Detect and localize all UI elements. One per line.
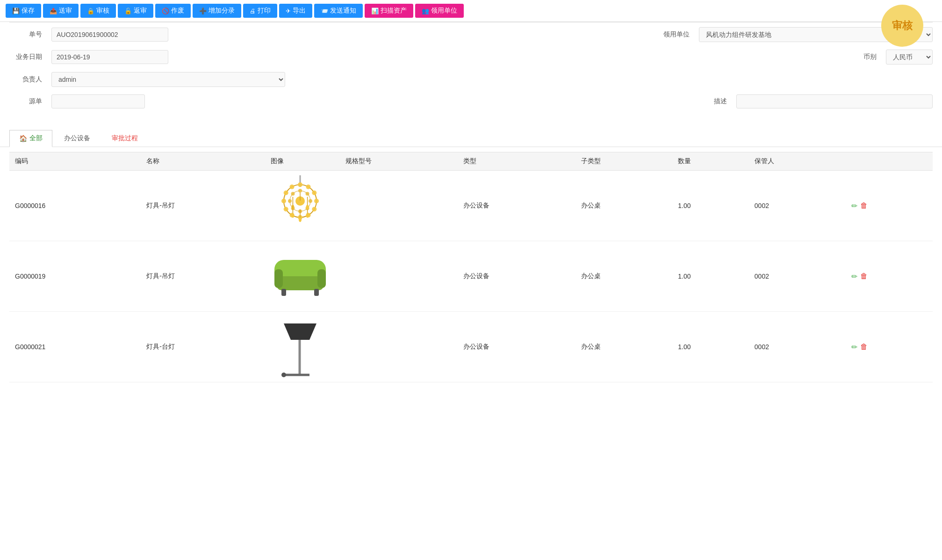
col-header: 名称	[141, 152, 265, 171]
cell-code: G0000021	[9, 312, 141, 382]
svg-point-11	[281, 199, 286, 203]
cell-name: 灯具-吊灯	[141, 171, 265, 241]
cell-spec	[340, 171, 458, 241]
col-header: 保管人	[749, 152, 846, 171]
unit-button[interactable]: 👥领用单位	[415, 4, 464, 18]
cell-type: 办公设备	[458, 171, 575, 241]
edit-button[interactable]: ✏	[851, 343, 857, 352]
svg-rect-41	[314, 289, 319, 296]
responsible-label: 负责人	[9, 75, 42, 84]
svg-rect-40	[281, 289, 286, 296]
return-icon: 🔓	[124, 7, 132, 14]
table-header-row: 编码名称图像规格型号类型子类型数量保管人	[9, 152, 933, 171]
print-icon: 🖨	[250, 7, 256, 14]
export-button[interactable]: ✈导出	[279, 4, 312, 18]
toolbar: 💾保存📤送审🔒审核🔓返审🚫作废➕增加分录🖨打印✈导出📨发送通知📊扫描资产👥领用单…	[0, 0, 942, 22]
svg-point-17	[309, 199, 312, 203]
form-section: 审核 单号 领用单位 风机动力组件研发基地 业务日期 币别 人民币 负责人 ad…	[0, 22, 942, 125]
void-icon: 🚫	[162, 7, 169, 14]
scan-icon: 📊	[371, 7, 379, 14]
tab-office[interactable]: 办公设备	[54, 130, 100, 146]
responsible-select[interactable]: admin	[51, 72, 285, 87]
col-header: 类型	[458, 152, 575, 171]
svg-rect-37	[277, 276, 324, 290]
cell-quantity: 1.00	[672, 241, 749, 312]
cell-quantity: 1.00	[672, 171, 749, 241]
notify-button[interactable]: 📨发送通知	[314, 4, 363, 18]
form-row-date: 业务日期 币别 人民币	[9, 50, 933, 65]
svg-point-12	[284, 191, 288, 195]
date-label: 业务日期	[9, 53, 42, 61]
currency-group: 币别 人民币	[849, 50, 933, 65]
svg-point-22	[291, 192, 295, 195]
cell-subtype: 办公桌	[575, 312, 673, 382]
source-input[interactable]	[51, 94, 145, 108]
return-button[interactable]: 🔓返审	[118, 4, 153, 18]
order-no-input[interactable]	[51, 28, 168, 42]
void-button[interactable]: 🚫作废	[155, 4, 191, 18]
unit-label: 领用单位	[662, 30, 690, 39]
cell-code: G0000019	[9, 241, 141, 312]
desc-label: 描述	[699, 97, 727, 106]
cell-spec	[340, 241, 458, 312]
save-button[interactable]: 💾保存	[6, 4, 41, 18]
cell-keeper: 0002	[749, 171, 846, 241]
svg-point-16	[306, 192, 309, 195]
cell-image	[265, 171, 340, 241]
col-header	[846, 152, 933, 171]
table-body: G0000016灯具-吊灯	[9, 171, 933, 382]
form-row-responsible: 负责人 admin	[9, 72, 933, 87]
delete-button[interactable]: 🗑	[860, 201, 868, 210]
table-head: 编码名称图像规格型号类型子类型数量保管人	[9, 152, 933, 171]
order-no-label: 单号	[9, 30, 42, 39]
notify-icon: 📨	[321, 7, 328, 14]
col-header: 图像	[265, 152, 340, 171]
table-row: G0000021灯具-台灯 办公设备办公桌1.000002 ✏ 🗑	[9, 312, 933, 382]
delete-button[interactable]: 🗑	[860, 272, 868, 280]
tabs: 🏠全部办公设备审批过程	[0, 130, 942, 147]
col-header: 数量	[672, 152, 749, 171]
cell-image	[265, 312, 340, 382]
cell-actions[interactable]: ✏ 🗑	[846, 312, 933, 382]
svg-point-29	[306, 205, 309, 209]
cell-quantity: 1.00	[672, 312, 749, 382]
cell-name: 灯具-台灯	[141, 312, 265, 382]
tab-all[interactable]: 🏠全部	[9, 130, 52, 147]
cell-type: 办公设备	[458, 312, 575, 382]
svg-point-31	[299, 201, 302, 205]
delete-button[interactable]: 🗑	[860, 343, 868, 351]
scan-button[interactable]: 📊扫描资产	[365, 4, 413, 18]
add-entry-button[interactable]: ➕增加分录	[193, 4, 241, 18]
form-row-source: 源单 描述	[9, 94, 933, 108]
cell-subtype: 办公桌	[575, 171, 673, 241]
svg-point-6	[312, 207, 317, 212]
cell-actions[interactable]: ✏ 🗑	[846, 171, 933, 241]
svg-marker-42	[284, 323, 316, 340]
edit-button[interactable]: ✏	[851, 272, 857, 281]
svg-point-21	[288, 199, 292, 203]
table-container: 编码名称图像规格型号类型子类型数量保管人 G0000016灯具-吊灯	[0, 152, 942, 392]
cell-keeper: 0002	[749, 241, 846, 312]
cell-spec	[340, 312, 458, 382]
svg-rect-39	[317, 269, 326, 288]
cell-actions[interactable]: ✏ 🗑	[846, 241, 933, 312]
svg-point-27	[306, 213, 309, 218]
print-button[interactable]: 🖨打印	[243, 4, 277, 18]
submit-icon: 📤	[50, 7, 57, 14]
submit-button[interactable]: 📤送审	[43, 4, 79, 18]
date-input[interactable]	[51, 50, 168, 64]
svg-point-25	[299, 217, 302, 222]
currency-select[interactable]: 人民币	[886, 50, 933, 65]
table-row: G0000016灯具-吊灯	[9, 171, 933, 241]
review-button[interactable]: 🔒审核	[80, 4, 116, 18]
desc-input[interactable]	[736, 94, 933, 108]
asset-table: 编码名称图像规格型号类型子类型数量保管人 G0000016灯具-吊灯	[9, 152, 933, 382]
cell-code: G0000016	[9, 171, 141, 241]
export-icon: ✈	[286, 7, 291, 14]
edit-button[interactable]: ✏	[851, 201, 857, 210]
svg-rect-38	[274, 269, 283, 288]
cell-name: 灯具-吊灯	[141, 241, 265, 312]
cell-type: 办公设备	[458, 241, 575, 312]
tab-approval[interactable]: 审批过程	[102, 130, 148, 146]
cell-keeper: 0002	[749, 312, 846, 382]
